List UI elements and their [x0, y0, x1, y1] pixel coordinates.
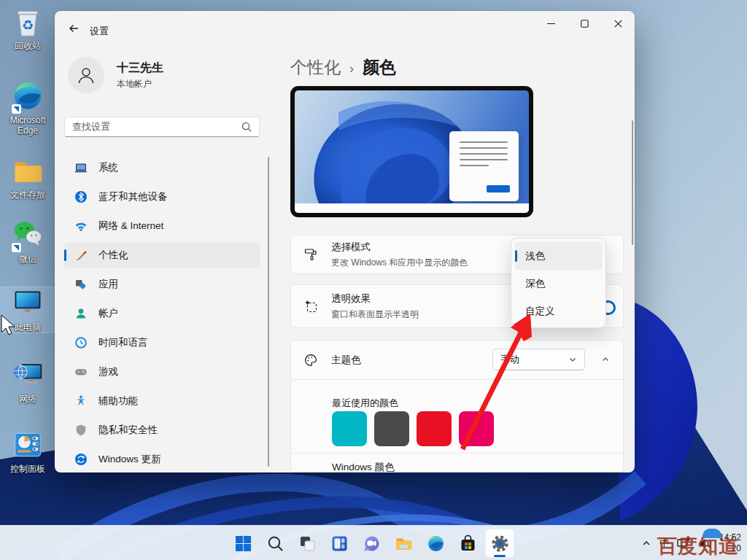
taskbar: 中 14:52 20 [0, 525, 747, 560]
dropdown-value: 手动 [500, 353, 568, 366]
page-title: 颜色 [363, 56, 396, 79]
system-tray: 中 14:52 20 [640, 526, 741, 560]
user-profile[interactable]: 十三先生 本地帐户 [68, 57, 163, 93]
content-scrollbar[interactable] [632, 120, 633, 245]
settings-window: 设置 十三先生 本地帐户 查找设置 [55, 11, 635, 472]
ime-indicator[interactable]: 中 [659, 537, 669, 550]
choose-mode-subtitle: 更改 Windows 和应用中显示的颜色 [331, 257, 468, 269]
privacy-shield-icon [74, 424, 88, 437]
search-icon [266, 534, 285, 553]
breadcrumb-parent[interactable]: 个性化 [290, 56, 341, 79]
nav-label: Windows 更新 [98, 453, 161, 466]
search-icon [241, 122, 252, 132]
desktop-icon-recycle-bin[interactable]: ♻ 回收站 [0, 6, 55, 51]
color-swatch-magenta[interactable] [459, 411, 494, 446]
search-input[interactable]: 查找设置 [64, 117, 260, 137]
desktop-icon-this-pc[interactable]: 此电脑 [0, 287, 55, 332]
nav-item-network-internet[interactable]: 网络 & Internet [64, 213, 260, 239]
desktop-icon-label: 此电脑 [0, 322, 55, 332]
nav-item-bluetooth-devices[interactable]: 蓝牙和其他设备 [64, 184, 260, 210]
search-button[interactable] [260, 529, 290, 558]
edge-icon [427, 534, 445, 553]
desktop-icon-wechat[interactable]: 微信 [0, 219, 55, 264]
nav-item-system[interactable]: 系统 [64, 155, 260, 181]
widgets-button[interactable] [325, 529, 354, 558]
minimize-icon [547, 20, 555, 28]
task-view-button[interactable] [293, 529, 322, 558]
nav-item-gaming[interactable]: 游戏 [64, 359, 260, 385]
recent-colors-swatches [332, 411, 494, 446]
nav-item-personalization[interactable]: 个性化 [64, 242, 260, 268]
chat-button[interactable] [357, 529, 386, 558]
nav-item-accounts[interactable]: 帐户 [64, 300, 260, 327]
card-divider [291, 379, 623, 380]
flyout-option-custom[interactable]: 自定义 [515, 298, 602, 325]
settings-nav: 系统 蓝牙和其他设备 网络 & Internet 个性化 应用 帐户 [64, 155, 260, 472]
color-swatch-red[interactable] [417, 411, 452, 446]
desktop-icon-file-folder[interactable]: 文件存放 [0, 155, 55, 200]
flyout-option-label: 深色 [525, 277, 545, 290]
desktop-screen: ♻ 回收站 Microsoft Edge 文件存放 [0, 0, 747, 560]
settings-gear-icon [491, 534, 509, 553]
flyout-option-light[interactable]: 浅色 [515, 242, 602, 270]
desktop-icon-label: 网络 [0, 394, 55, 404]
flyout-option-dark[interactable]: 深色 [515, 270, 602, 298]
nav-item-accessibility[interactable]: 辅助功能 [64, 388, 260, 414]
windows-colors-heading: Windows 颜色 [332, 461, 395, 472]
start-button[interactable] [228, 529, 258, 558]
sidebar-scrollbar[interactable] [268, 157, 269, 467]
mode-flyout: 浅色 深色 自定义 [511, 238, 606, 328]
account-type: 本地帐户 [117, 78, 163, 90]
accent-color-expander[interactable] [593, 349, 618, 370]
transparency-subtitle: 窗口和表面显示半透明 [331, 308, 419, 321]
accent-color-dropdown[interactable]: 手动 [492, 349, 585, 370]
desktop-icon-edge[interactable]: Microsoft Edge [0, 80, 55, 136]
nav-label: 辅助功能 [98, 394, 138, 408]
nav-item-privacy-security[interactable]: 隐私和安全性 [64, 417, 260, 443]
desktop-icon-label: 微信 [0, 254, 55, 264]
nav-item-apps[interactable]: 应用 [64, 271, 260, 298]
maximize-button[interactable] [568, 11, 601, 36]
network-icon [12, 359, 44, 392]
network-tray-icon[interactable] [676, 537, 691, 550]
transparency-effects-icon [303, 299, 318, 314]
time-language-icon [74, 336, 88, 349]
tray-chevron-up-icon[interactable] [640, 537, 652, 549]
choose-mode-title: 选择模式 [331, 241, 468, 254]
edge-icon [12, 80, 44, 114]
nav-label: 隐私和安全性 [98, 424, 158, 437]
recycle-bin-icon: ♻ [12, 6, 44, 39]
shortcut-arrow-icon [12, 243, 21, 252]
nav-label: 系统 [98, 161, 118, 174]
nav-label: 应用 [98, 278, 118, 291]
file-explorer-icon [395, 534, 413, 553]
settings-button[interactable] [485, 529, 514, 558]
nav-label: 个性化 [98, 249, 128, 262]
edge-button[interactable] [421, 529, 450, 558]
store-button[interactable] [453, 529, 482, 558]
desktop-icon-label: 文件存放 [0, 190, 55, 200]
nav-item-time-language[interactable]: 时间和语言 [64, 330, 260, 356]
volume-icon[interactable] [698, 537, 712, 550]
back-button[interactable] [62, 18, 85, 39]
recent-colors-heading: 最近使用的颜色 [332, 397, 398, 410]
nav-item-windows-update[interactable]: Windows 更新 [64, 446, 260, 472]
desktop-icon-control-panel[interactable]: 控制面板 [0, 429, 55, 474]
color-swatch-gray[interactable] [374, 411, 409, 446]
apps-icon [74, 278, 88, 291]
tray-date: 20 [719, 543, 741, 554]
bluetooth-icon [74, 190, 88, 203]
desktop-icon-network[interactable]: 网络 [0, 359, 55, 404]
taskbar-clock[interactable]: 14:52 20 [719, 532, 741, 554]
breadcrumb-separator-icon: › [349, 61, 354, 77]
file-explorer-button[interactable] [389, 529, 418, 558]
widgets-icon [330, 534, 349, 553]
system-icon [74, 161, 88, 174]
close-button[interactable] [601, 11, 635, 36]
search-placeholder: 查找设置 [72, 120, 241, 133]
svg-text:♻: ♻ [22, 18, 34, 33]
color-swatch-teal[interactable] [332, 411, 367, 446]
minimize-button[interactable] [534, 11, 568, 36]
wechat-icon [12, 219, 44, 252]
desktop-icon-label: 控制面板 [0, 464, 55, 474]
